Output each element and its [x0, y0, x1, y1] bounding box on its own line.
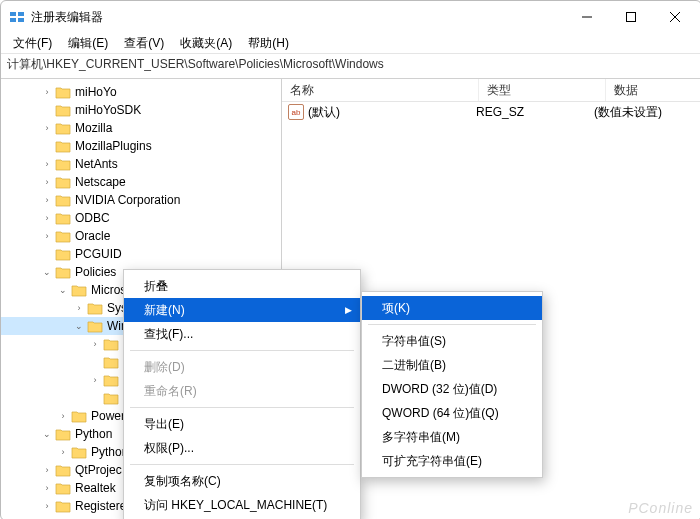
folder-icon [55, 427, 71, 441]
address-bar[interactable]: 计算机\HKEY_CURRENT_USER\Software\Policies\… [1, 54, 700, 79]
chevron-down-icon[interactable]: ⌄ [41, 267, 53, 277]
context-submenu-new: 项(K) 字符串值(S) 二进制值(B) DWORD (32 位)值(D) QW… [361, 291, 543, 478]
ctx-goto-hklm[interactable]: 访问 HKEY_LOCAL_MACHINE(T) [124, 493, 360, 517]
list-row[interactable]: ab(默认)REG_SZ(数值未设置) [282, 102, 700, 122]
folder-icon [103, 391, 119, 405]
chevron-right-icon[interactable]: › [41, 195, 53, 205]
tree-item-label: ODBC [75, 211, 110, 225]
chevron-right-icon[interactable]: › [41, 465, 53, 475]
tree-item[interactable]: miHoYoSDK [1, 101, 281, 119]
ctx-new[interactable]: 新建(N)▶ [124, 298, 360, 322]
column-data[interactable]: 数据 [606, 79, 700, 101]
folder-icon [103, 337, 119, 351]
minimize-button[interactable] [565, 2, 609, 32]
folder-icon [55, 193, 71, 207]
tree-item[interactable]: ›Mozilla [1, 119, 281, 137]
chevron-right-icon[interactable]: › [89, 375, 101, 385]
chevron-down-icon[interactable]: ⌄ [41, 429, 53, 439]
context-separator [130, 464, 354, 465]
list-columns: 名称 类型 数据 [282, 79, 700, 102]
folder-icon [55, 211, 71, 225]
tree-item[interactable]: ›NetAnts [1, 155, 281, 173]
chevron-right-icon[interactable]: › [89, 339, 101, 349]
chevron-right-icon[interactable]: › [73, 303, 85, 313]
folder-icon [71, 445, 87, 459]
ctx-new-expandstring[interactable]: 可扩充字符串值(E) [362, 449, 542, 473]
ctx-collapse[interactable]: 折叠 [124, 274, 360, 298]
column-type[interactable]: 类型 [479, 79, 606, 101]
menu-edit[interactable]: 编辑(E) [60, 33, 116, 54]
ctx-new-key[interactable]: 项(K) [362, 296, 542, 320]
menubar: 文件(F) 编辑(E) 查看(V) 收藏夹(A) 帮助(H) [1, 33, 700, 54]
ctx-new-binary[interactable]: 二进制值(B) [362, 353, 542, 377]
svg-rect-5 [627, 13, 636, 22]
tree-item-label: Python [75, 427, 112, 441]
chevron-right-icon[interactable]: › [41, 177, 53, 187]
tree-item[interactable]: MozillaPlugins [1, 137, 281, 155]
watermark: PConline [628, 500, 693, 516]
maximize-button[interactable] [609, 2, 653, 32]
chevron-right-icon[interactable]: › [41, 213, 53, 223]
ctx-new-multistring[interactable]: 多字符串值(M) [362, 425, 542, 449]
chevron-right-icon[interactable]: › [41, 483, 53, 493]
tree-item-label: Netscape [75, 175, 126, 189]
tree-item-label: miHoYoSDK [75, 103, 141, 117]
column-name[interactable]: 名称 [282, 79, 479, 101]
tree-item[interactable]: ›NVIDIA Corporation [1, 191, 281, 209]
tree-item-label: NVIDIA Corporation [75, 193, 180, 207]
tree-item-label: NetAnts [75, 157, 118, 171]
tree-item[interactable]: ›Oracle [1, 227, 281, 245]
chevron-right-icon[interactable]: › [41, 123, 53, 133]
tree-item[interactable]: ›miHoYo [1, 83, 281, 101]
ctx-delete[interactable]: 删除(D) [124, 355, 360, 379]
folder-icon [103, 373, 119, 387]
tree-item[interactable]: ›ODBC [1, 209, 281, 227]
ctx-new-qword[interactable]: QWORD (64 位)值(Q) [362, 401, 542, 425]
folder-icon [71, 409, 87, 423]
folder-icon [55, 85, 71, 99]
folder-icon [55, 139, 71, 153]
chevron-right-icon[interactable]: › [57, 447, 69, 457]
tree-item-label: Realtek [75, 481, 116, 495]
svg-rect-3 [18, 18, 24, 22]
context-separator [130, 350, 354, 351]
menu-view[interactable]: 查看(V) [116, 33, 172, 54]
folder-icon [87, 301, 103, 315]
string-value-icon: ab [288, 104, 304, 120]
svg-rect-1 [18, 12, 24, 16]
tree-item[interactable]: ›Netscape [1, 173, 281, 191]
chevron-right-icon[interactable]: › [57, 411, 69, 421]
ctx-new-dword[interactable]: DWORD (32 位)值(D) [362, 377, 542, 401]
menu-help[interactable]: 帮助(H) [240, 33, 297, 54]
ctx-find[interactable]: 查找(F)... [124, 322, 360, 346]
ctx-copy-key-name[interactable]: 复制项名称(C) [124, 469, 360, 493]
tree-item-label: Mozilla [75, 121, 112, 135]
chevron-right-icon[interactable]: › [41, 159, 53, 169]
menu-file[interactable]: 文件(F) [5, 33, 60, 54]
tree-item[interactable]: PCGUID [1, 245, 281, 263]
context-menu: 折叠 新建(N)▶ 查找(F)... 删除(D) 重命名(R) 导出(E) 权限… [123, 269, 361, 519]
ctx-new-string[interactable]: 字符串值(S) [362, 329, 542, 353]
tree-item-label: miHoYo [75, 85, 117, 99]
chevron-down-icon[interactable]: ⌄ [57, 285, 69, 295]
folder-icon [55, 121, 71, 135]
tree-item-label: MozillaPlugins [75, 139, 152, 153]
close-button[interactable] [653, 2, 697, 32]
chevron-right-icon[interactable]: › [41, 501, 53, 511]
folder-icon [55, 499, 71, 513]
chevron-right-icon[interactable]: › [41, 231, 53, 241]
folder-icon [87, 319, 103, 333]
folder-icon [55, 175, 71, 189]
chevron-right-icon[interactable]: › [41, 87, 53, 97]
menu-favorites[interactable]: 收藏夹(A) [172, 33, 240, 54]
folder-icon [103, 355, 119, 369]
ctx-permissions[interactable]: 权限(P)... [124, 436, 360, 460]
chevron-down-icon[interactable]: ⌄ [73, 321, 85, 331]
folder-icon [55, 229, 71, 243]
value-data: (数值未设置) [586, 104, 700, 121]
submenu-arrow-icon: ▶ [345, 298, 352, 322]
tree-item-label: Policies [75, 265, 116, 279]
folder-icon [71, 283, 87, 297]
ctx-export[interactable]: 导出(E) [124, 412, 360, 436]
ctx-rename[interactable]: 重命名(R) [124, 379, 360, 403]
